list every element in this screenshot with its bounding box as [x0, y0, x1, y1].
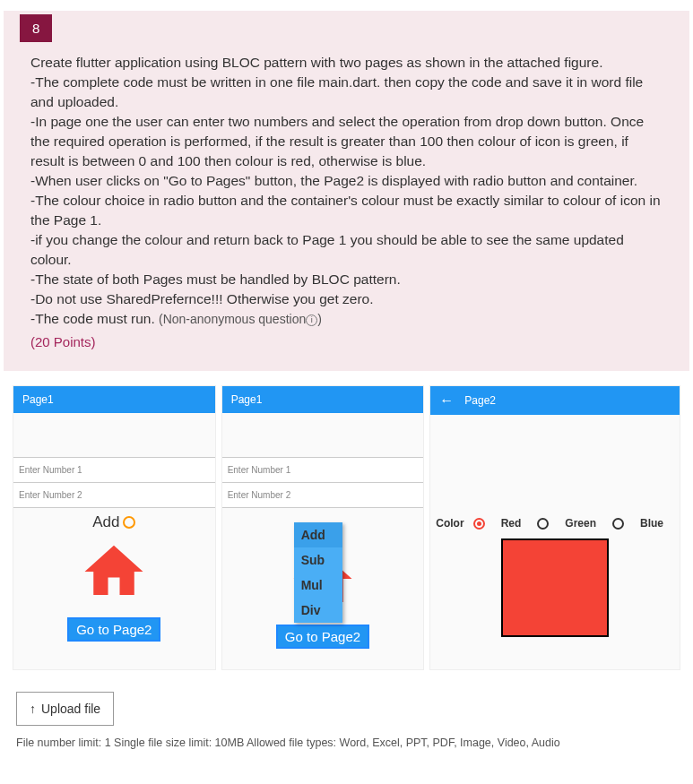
color-radio-row: Color Red Green Blue: [430, 512, 680, 530]
back-icon[interactable]: ←: [439, 393, 454, 408]
color-label: Color: [436, 517, 463, 530]
figure-screenshots: Page1 Enter Number 1 Enter Number 2 Add …: [7, 380, 686, 676]
q-line: -The colour choice in radio button and t…: [30, 191, 663, 230]
color-container: [501, 538, 609, 637]
dropdown-item-add[interactable]: Add: [294, 522, 342, 547]
radio-green-label: Green: [565, 517, 596, 530]
q-line-last: -The code must run. (Non-anonymous quest…: [30, 309, 663, 329]
enter-number-2[interactable]: Enter Number 2: [222, 482, 424, 508]
radio-red-label: Red: [501, 517, 522, 530]
points-label: (20 Points): [30, 332, 663, 351]
radio-blue[interactable]: [612, 518, 624, 530]
q-line: -Do not use SharedPrefernce!!! Otherwise…: [30, 289, 663, 309]
q-line: -The state of both Pages must be handled…: [30, 270, 663, 289]
q-last-prefix: -The code must run.: [30, 311, 159, 326]
enter-number-1[interactable]: Enter Number 1: [13, 457, 215, 483]
home-icon: [79, 537, 149, 607]
question-text: Create flutter application using BLOC pa…: [4, 53, 689, 355]
dropdown-item-sub[interactable]: Sub: [294, 547, 342, 573]
appbar-title: Page2: [464, 394, 496, 407]
non-anonymous-label: (Non-anonymous questioni): [159, 312, 322, 326]
enter-number-1[interactable]: Enter Number 1: [222, 457, 424, 483]
appbar-page1: Page1: [222, 386, 424, 413]
dropdown-chevron-icon: [123, 516, 135, 529]
question-number: 8: [20, 14, 52, 42]
dropdown-value: Add: [92, 513, 119, 531]
go-to-page2-button[interactable]: Go to Page2: [67, 617, 160, 642]
appbar-title: Page1: [231, 393, 263, 406]
q-line: Create flutter application using BLOC pa…: [30, 53, 663, 73]
dropdown-item-mul[interactable]: Mul: [294, 573, 342, 598]
question-block: 8 Create flutter application using BLOC …: [4, 11, 689, 371]
q-line: -if you change the colour and return bac…: [30, 230, 663, 270]
operation-dropdown-menu[interactable]: Add Sub Mul Div: [294, 522, 342, 623]
mock-page2: ← Page2 Color Red Green Blue: [429, 385, 680, 670]
q-line: -In page one the user can enter two numb…: [30, 112, 663, 171]
appbar-page1: Page1: [13, 386, 215, 413]
appbar-title: Page1: [22, 393, 54, 406]
q-line: -The complete code must be written in on…: [30, 73, 663, 112]
radio-blue-label: Blue: [640, 517, 663, 530]
upload-button-label: Upload file: [41, 702, 100, 716]
radio-red[interactable]: [473, 518, 485, 530]
enter-number-2[interactable]: Enter Number 2: [13, 482, 215, 508]
q-line: -When user clicks on "Go to Pages" butto…: [30, 171, 663, 191]
operation-dropdown[interactable]: Add: [92, 513, 135, 531]
dropdown-item-div[interactable]: Div: [294, 598, 342, 623]
radio-green[interactable]: [537, 518, 549, 530]
mock-page1: Page1 Enter Number 1 Enter Number 2 Add …: [13, 385, 216, 670]
info-icon[interactable]: i: [306, 314, 317, 326]
appbar-page2: ← Page2: [430, 386, 680, 415]
upload-limits: File number limit: 1 Single file size li…: [4, 737, 689, 749]
mock-page1-dropdown: Page1 Enter Number 1 Enter Number 2 Go t…: [221, 385, 425, 670]
upload-file-button[interactable]: ↑ Upload file: [16, 692, 114, 726]
upload-arrow-icon: ↑: [30, 702, 36, 716]
go-to-page2-button[interactable]: Go to Page2: [276, 625, 369, 649]
